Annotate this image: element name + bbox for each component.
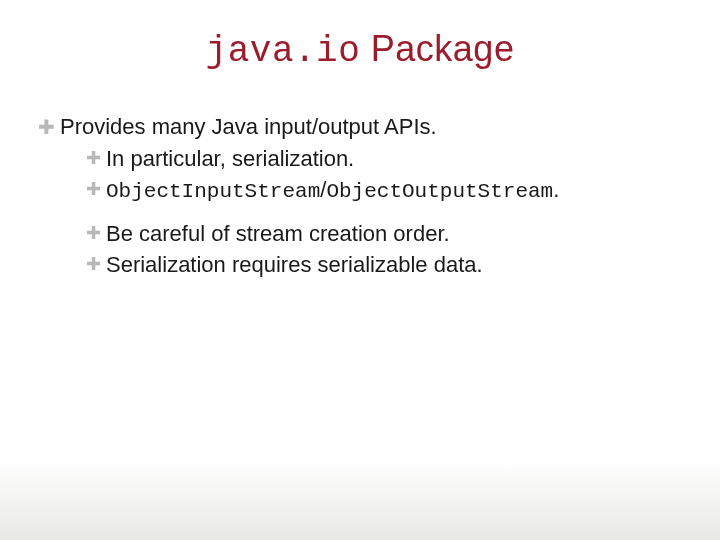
plus-icon: ✚ <box>86 144 106 170</box>
bullet-sub-1-text: In particular, serialization. <box>106 144 680 174</box>
bullet-sub-2: ✚ ObjectInputStream/ObjectOutputStream. <box>86 175 680 206</box>
slide: java.io Package ✚ Provides many Java inp… <box>0 0 720 540</box>
slide-body: ✚ Provides many Java input/output APIs. … <box>38 112 680 280</box>
bullet-sub-3-text: Be careful of stream creation order. <box>106 219 680 249</box>
bullet-sub-2-text: ObjectInputStream/ObjectOutputStream. <box>106 175 680 206</box>
plus-icon: ✚ <box>86 219 106 245</box>
plus-icon: ✚ <box>38 112 60 141</box>
bullet-main-text: Provides many Java input/output APIs. <box>60 112 680 142</box>
title-text: Package <box>360 28 514 69</box>
plus-icon: ✚ <box>86 175 106 201</box>
bullet-main: ✚ Provides many Java input/output APIs. <box>38 112 680 142</box>
bullet-sub-4: ✚ Serialization requires serializable da… <box>86 250 680 280</box>
period: . <box>553 177 559 202</box>
title-code: java.io <box>206 31 361 72</box>
sub-bullets: ✚ In particular, serialization. ✚ Object… <box>86 144 680 280</box>
bullet-sub-3: ✚ Be careful of stream creation order. <box>86 219 680 249</box>
code-text-2: ObjectOutputStream <box>326 180 553 203</box>
code-text-1: ObjectInputStream <box>106 180 320 203</box>
bullet-sub-1: ✚ In particular, serialization. <box>86 144 680 174</box>
plus-icon: ✚ <box>86 250 106 276</box>
spacer <box>86 207 680 217</box>
slide-title: java.io Package <box>0 28 720 72</box>
bullet-sub-4-text: Serialization requires serializable data… <box>106 250 680 280</box>
